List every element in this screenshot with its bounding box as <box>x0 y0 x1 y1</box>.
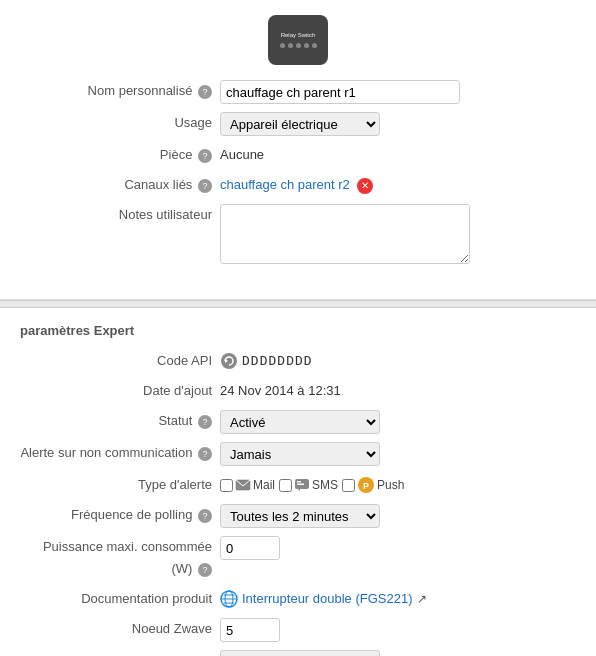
freq-row: Fréquence de polling ? Toutes les 2 minu… <box>20 504 576 528</box>
puissance-value <box>220 536 576 560</box>
date-row: Date d'ajout 24 Nov 2014 à 12:31 <box>20 380 576 402</box>
canaux-value: chauffage ch parent r2 ✕ <box>220 174 576 196</box>
dot-4 <box>304 43 309 48</box>
date-value: 24 Nov 2014 à 12:31 <box>220 380 576 402</box>
refresh-icon[interactable] <box>220 352 238 370</box>
usage-row: Usage Appareil électrique Éclairage Autr… <box>20 112 576 136</box>
piece-row: Pièce ? Aucune <box>20 144 576 166</box>
optim-row: Optimisation radio automatique ? Désacti… <box>20 650 576 656</box>
puissance-row: Puissance maxi. consommée (W) ? <box>20 536 576 580</box>
doc-label: Documentation produit <box>20 588 220 610</box>
expert-title: paramètres Expert <box>20 323 576 338</box>
code-api-value: DDDDDDDD <box>220 350 576 372</box>
piece-help-icon[interactable]: ? <box>198 149 212 163</box>
push-icon: P <box>357 476 375 494</box>
type-alerte-label: Type d'alerte <box>20 474 220 496</box>
date-text: 24 Nov 2014 à 12:31 <box>220 383 341 398</box>
doc-row: Documentation produit Interrupteur doubl… <box>20 588 576 610</box>
mail-icon <box>235 477 251 493</box>
relay-switch-image: Relay Switch <box>268 15 328 65</box>
dot-2 <box>288 43 293 48</box>
noeud-input[interactable] <box>220 618 280 642</box>
dot-1 <box>280 43 285 48</box>
nom-label: Nom personnalisé ? <box>20 80 220 102</box>
usage-value: Appareil électrique Éclairage Autre <box>220 112 576 136</box>
svg-rect-5 <box>297 484 304 486</box>
sms-label: SMS <box>312 474 338 496</box>
dot-5 <box>312 43 317 48</box>
code-api-label: Code API <box>20 350 220 372</box>
notes-label: Notes utilisateur <box>20 204 220 226</box>
mail-checkbox-item: Mail <box>220 474 275 496</box>
canaux-remove-icon[interactable]: ✕ <box>357 178 373 194</box>
date-label: Date d'ajout <box>20 380 220 402</box>
svg-point-0 <box>221 353 237 369</box>
piece-text: Aucune <box>220 147 264 162</box>
canaux-link[interactable]: chauffage ch parent r2 <box>220 177 350 192</box>
optim-select[interactable]: Désactivé Activé <box>220 650 380 656</box>
usage-select[interactable]: Appareil électrique Éclairage Autre <box>220 112 380 136</box>
notes-row: Notes utilisateur <box>20 204 576 271</box>
expert-section: paramètres Expert Code API DDDDDDDD Date… <box>0 308 596 656</box>
sms-checkbox-item: SMS <box>279 474 338 496</box>
sms-checkbox[interactable] <box>279 479 292 492</box>
piece-value: Aucune <box>220 144 576 166</box>
notes-value <box>220 204 576 271</box>
dot-3 <box>296 43 301 48</box>
type-alerte-value: Mail SMS P Push <box>220 474 576 496</box>
freq-value: Toutes les 2 minutes Toutes les 5 minute… <box>220 504 576 528</box>
mail-label: Mail <box>253 474 275 496</box>
mail-checkbox[interactable] <box>220 479 233 492</box>
canaux-label: Canaux liés ? <box>20 174 220 196</box>
svg-marker-6 <box>298 489 300 491</box>
svg-text:P: P <box>363 481 369 491</box>
statut-row: Statut ? Activé Désactivé <box>20 410 576 434</box>
svg-rect-4 <box>297 481 301 483</box>
noeud-value <box>220 618 576 642</box>
alerte-label: Alerte sur non communication ? <box>20 442 220 464</box>
device-image-container: Relay Switch <box>20 15 576 65</box>
canaux-help-icon[interactable]: ? <box>198 179 212 193</box>
puissance-label: Puissance maxi. consommée (W) ? <box>20 536 220 580</box>
statut-label: Statut ? <box>20 410 220 432</box>
usage-label: Usage <box>20 112 220 134</box>
statut-help-icon[interactable]: ? <box>198 415 212 429</box>
external-link-icon[interactable]: ↗ <box>417 588 427 610</box>
canaux-row: Canaux liés ? chauffage ch parent r2 ✕ <box>20 174 576 196</box>
optim-value: Désactivé Activé <box>220 650 576 656</box>
puissance-help-icon[interactable]: ? <box>198 563 212 577</box>
alerte-row: Alerte sur non communication ? Jamais 1 … <box>20 442 576 466</box>
doc-link[interactable]: Interrupteur double (FGS221) <box>242 588 413 610</box>
optim-label: Optimisation radio automatique ? <box>20 650 220 656</box>
alerte-help-icon[interactable]: ? <box>198 447 212 461</box>
doc-value: Interrupteur double (FGS221) ↗ <box>220 588 576 610</box>
freq-label: Fréquence de polling ? <box>20 504 220 526</box>
device-label: Relay Switch <box>281 32 316 39</box>
freq-select[interactable]: Toutes les 2 minutes Toutes les 5 minute… <box>220 504 380 528</box>
push-checkbox-item: P Push <box>342 474 404 496</box>
push-checkbox[interactable] <box>342 479 355 492</box>
alerte-select[interactable]: Jamais 1 heure 6 heures 24 heures <box>220 442 380 466</box>
puissance-input[interactable] <box>220 536 280 560</box>
nom-input[interactable] <box>220 80 460 104</box>
notes-textarea[interactable] <box>220 204 470 264</box>
type-alerte-row: Type d'alerte Mail SMS <box>20 474 576 496</box>
alerte-value: Jamais 1 heure 6 heures 24 heures <box>220 442 576 466</box>
device-dots <box>280 43 317 48</box>
code-api-row: Code API DDDDDDDD <box>20 350 576 372</box>
noeud-label: Noeud Zwave <box>20 618 220 640</box>
push-label: Push <box>377 474 404 496</box>
nom-row: Nom personnalisé ? <box>20 80 576 104</box>
statut-select[interactable]: Activé Désactivé <box>220 410 380 434</box>
statut-value: Activé Désactivé <box>220 410 576 434</box>
noeud-row: Noeud Zwave <box>20 618 576 642</box>
code-api-text: DDDDDDDD <box>242 350 313 372</box>
piece-label: Pièce ? <box>20 144 220 166</box>
nom-value <box>220 80 576 104</box>
sms-icon <box>294 477 310 493</box>
freq-help-icon[interactable]: ? <box>198 509 212 523</box>
nom-help-icon[interactable]: ? <box>198 85 212 99</box>
doc-globe-icon <box>220 590 238 608</box>
section-separator <box>0 300 596 308</box>
